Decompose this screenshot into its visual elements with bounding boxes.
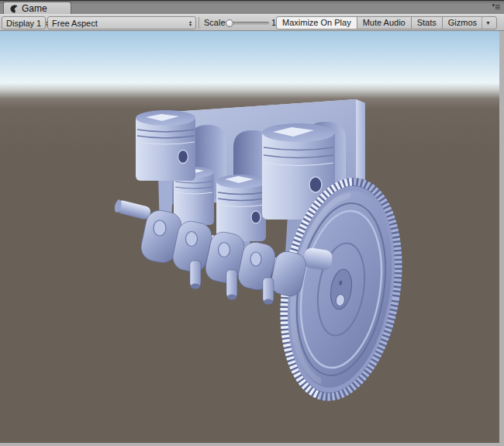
scale-slider[interactable] bbox=[226, 21, 269, 26]
tab-label: Game bbox=[22, 3, 47, 14]
game-view-icon bbox=[10, 5, 19, 13]
stats-button[interactable]: Stats bbox=[411, 16, 443, 29]
aspect-dropdown-value: Free Aspect bbox=[52, 19, 98, 28]
scale-label: Scale bbox=[204, 15, 226, 31]
dropdown-arrows-icon: ▴▾ bbox=[185, 20, 192, 26]
gizmos-button[interactable]: Gizmos ▼ bbox=[442, 16, 497, 29]
piston-3 bbox=[216, 175, 266, 241]
chevron-down-icon: ▾ bbox=[492, 2, 494, 9]
crank-nose bbox=[113, 199, 151, 220]
maximize-on-play-button[interactable]: Maximize On Play bbox=[276, 16, 357, 29]
aspect-ratio-dropdown[interactable]: Free Aspect ▴▾ bbox=[47, 16, 196, 29]
game-view-toolbar: Display 1 ▴▾ Free Aspect ▴▾ Scale 1x Max… bbox=[0, 14, 504, 31]
engine-3d-model bbox=[0, 31, 499, 443]
menu-bars-icon: ≡ bbox=[495, 2, 499, 12]
tab-game[interactable]: Game bbox=[3, 2, 71, 15]
display-dropdown[interactable]: Display 1 ▴▾ bbox=[2, 16, 46, 29]
display-dropdown-value: Display 1 bbox=[6, 19, 41, 28]
scale-slider-track[interactable] bbox=[232, 22, 269, 25]
unity-game-window: { "window": { "tab_options_icon": "tab-o… bbox=[0, 0, 504, 446]
stats-label: Stats bbox=[417, 17, 437, 29]
scale-slider-thumb[interactable] bbox=[226, 19, 233, 27]
mute-audio-label: Mute Audio bbox=[363, 17, 406, 29]
chevron-down-icon[interactable]: ▼ bbox=[482, 17, 491, 29]
piston-1 bbox=[136, 110, 195, 181]
game-viewport[interactable] bbox=[0, 31, 499, 443]
tab-options-icon[interactable]: ▾ ≡ bbox=[492, 2, 499, 12]
toolbar-divider bbox=[198, 17, 199, 29]
toolbar-button-group: Maximize On Play Mute Audio Stats Gizmos… bbox=[277, 16, 497, 29]
gizmos-label: Gizmos bbox=[448, 17, 477, 29]
tab-bar: Game ▾ ≡ bbox=[0, 0, 504, 14]
mute-audio-button[interactable]: Mute Audio bbox=[357, 16, 412, 29]
maximize-on-play-label: Maximize On Play bbox=[282, 17, 351, 29]
